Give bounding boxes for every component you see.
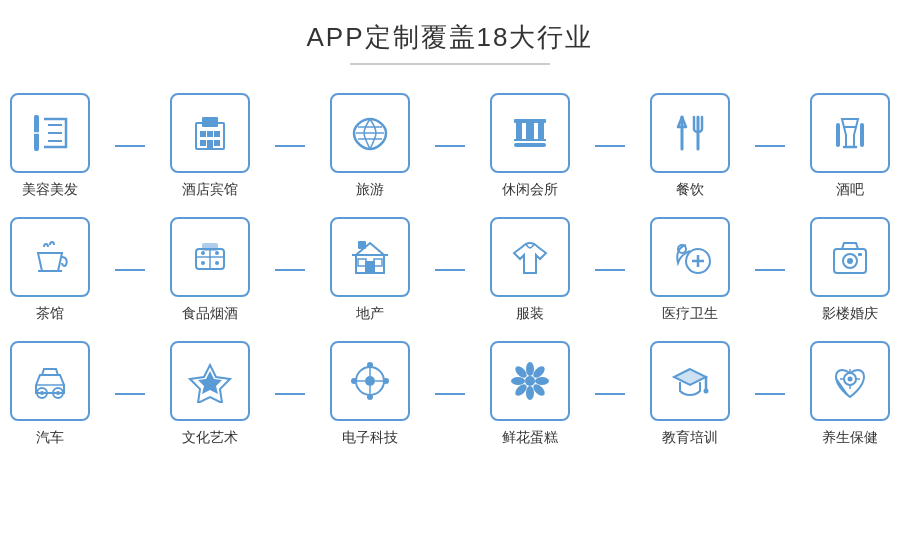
item-row-0-0: 美容美发: [0, 93, 145, 199]
item-row-1-2: 地产: [305, 217, 465, 323]
icon-box-leisure: [490, 93, 570, 173]
connector-line: [275, 145, 305, 147]
item-label-bar: 酒吧: [836, 181, 864, 199]
title-section: APP定制覆盖18大行业: [307, 20, 594, 65]
industry-item-bar[interactable]: 酒吧: [785, 93, 900, 199]
icon-box-realestate: [330, 217, 410, 297]
industry-item-medical[interactable]: 医疗卫生: [625, 217, 755, 323]
item-label-culture: 文化艺术: [182, 429, 238, 447]
industry-grid: 美容美发 酒店宾馆 旅游 休闲会所 餐饮 酒吧: [30, 93, 870, 447]
industry-item-leisure[interactable]: 休闲会所: [465, 93, 595, 199]
item-label-travel: 旅游: [356, 181, 384, 199]
icon-box-restaurant: [650, 93, 730, 173]
grid-row-0: 美容美发 酒店宾馆 旅游 休闲会所 餐饮 酒吧: [30, 93, 870, 199]
connector-line: [115, 145, 145, 147]
item-label-tech: 电子科技: [342, 429, 398, 447]
icon-box-bar: [810, 93, 890, 173]
svg-rect-14: [514, 139, 546, 141]
svg-point-58: [383, 378, 389, 384]
item-row-1-3: 服装: [465, 217, 625, 323]
svg-point-63: [525, 376, 535, 386]
item-label-tea: 茶馆: [36, 305, 64, 323]
svg-point-46: [847, 258, 853, 264]
icon-box-medical: [650, 217, 730, 297]
icon-box-education: [650, 341, 730, 421]
item-row-2-5: 养生保健: [785, 341, 900, 447]
industry-item-beauty[interactable]: 美容美发: [0, 93, 115, 199]
item-label-car: 汽车: [36, 429, 64, 447]
industry-item-health[interactable]: 养生保健: [785, 341, 900, 447]
industry-item-travel[interactable]: 旅游: [305, 93, 435, 199]
item-row-1-5: 影楼婚庆: [785, 217, 900, 323]
svg-point-57: [351, 378, 357, 384]
industry-item-photo[interactable]: 影楼婚庆: [785, 217, 900, 323]
item-label-photo: 影楼婚庆: [822, 305, 878, 323]
connector-line: [115, 393, 145, 395]
svg-point-55: [367, 362, 373, 368]
svg-point-33: [201, 261, 205, 265]
icon-box-flower: [490, 341, 570, 421]
industry-item-tea[interactable]: 茶馆: [0, 217, 115, 323]
item-label-restaurant: 餐饮: [676, 181, 704, 199]
connector-line: [275, 393, 305, 395]
svg-point-73: [704, 389, 709, 394]
item-row-2-2: 电子科技: [305, 341, 465, 447]
industry-item-restaurant[interactable]: 餐饮: [625, 93, 755, 199]
svg-rect-37: [358, 259, 366, 266]
item-label-education: 教育培训: [662, 429, 718, 447]
icon-box-health: [810, 341, 890, 421]
svg-point-65: [526, 386, 534, 400]
item-row-0-2: 旅游: [305, 93, 465, 199]
page-title: APP定制覆盖18大行业: [307, 20, 594, 55]
industry-item-clothing[interactable]: 服装: [465, 217, 595, 323]
svg-point-54: [365, 376, 375, 386]
title-divider: [350, 63, 550, 65]
industry-item-flower[interactable]: 鲜花蛋糕: [465, 341, 595, 447]
connector-line: [275, 269, 305, 271]
item-row-2-1: 文化艺术: [145, 341, 305, 447]
industry-item-hotel[interactable]: 酒店宾馆: [145, 93, 275, 199]
svg-rect-11: [207, 140, 213, 149]
icon-box-hotel: [170, 93, 250, 173]
item-label-clothing: 服装: [516, 305, 544, 323]
connector-line: [755, 393, 785, 395]
icon-box-culture: [170, 341, 250, 421]
connector-line: [755, 145, 785, 147]
item-label-health: 养生保健: [822, 429, 878, 447]
svg-rect-12: [214, 140, 220, 146]
item-row-0-3: 休闲会所: [465, 93, 625, 199]
svg-rect-39: [358, 241, 366, 249]
grid-row-1: 茶馆 食品烟酒 地产 服装 医疗卫生 影楼婚庆: [30, 217, 870, 323]
icon-box-food: [170, 217, 250, 297]
item-label-leisure: 休闲会所: [502, 181, 558, 199]
item-row-2-0: 汽车: [0, 341, 145, 447]
icon-box-tea: [10, 217, 90, 297]
connector-line: [755, 269, 785, 271]
industry-item-education[interactable]: 教育培训: [625, 341, 755, 447]
icon-box-travel: [330, 93, 410, 173]
industry-item-car[interactable]: 汽车: [0, 341, 115, 447]
item-label-flower: 鲜花蛋糕: [502, 429, 558, 447]
svg-point-56: [367, 394, 373, 400]
svg-point-34: [215, 261, 219, 265]
svg-rect-38: [374, 259, 382, 266]
industry-item-food[interactable]: 食品烟酒: [145, 217, 275, 323]
svg-point-75: [848, 377, 853, 382]
item-label-beauty: 美容美发: [22, 181, 78, 199]
svg-point-32: [215, 251, 219, 255]
connector-line: [435, 145, 465, 147]
svg-rect-9: [214, 131, 220, 137]
svg-rect-6: [202, 117, 218, 127]
item-label-hotel: 酒店宾馆: [182, 181, 238, 199]
icon-box-beauty: [10, 93, 90, 173]
industry-item-realestate[interactable]: 地产: [305, 217, 435, 323]
svg-rect-8: [207, 131, 213, 137]
item-label-food: 食品烟酒: [182, 305, 238, 323]
icon-box-photo: [810, 217, 890, 297]
icon-box-clothing: [490, 217, 570, 297]
svg-point-51: [56, 391, 60, 395]
industry-item-tech[interactable]: 电子科技: [305, 341, 435, 447]
svg-point-50: [40, 391, 44, 395]
svg-rect-15: [526, 123, 534, 139]
industry-item-culture[interactable]: 文化艺术: [145, 341, 275, 447]
